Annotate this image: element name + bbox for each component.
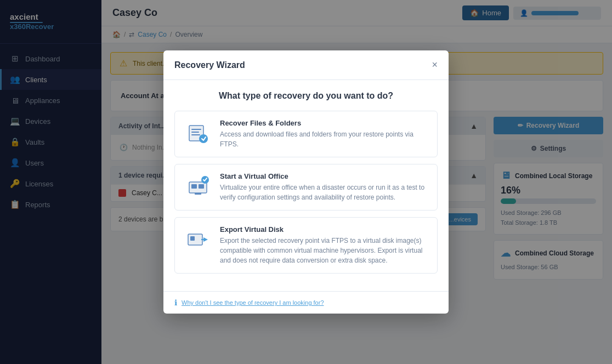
- content-area: ⚠ This client... Account At a G... 🖥 1 A…: [101, 43, 612, 364]
- svg-rect-10: [199, 184, 204, 189]
- modal-close-button[interactable]: ×: [432, 59, 438, 71]
- option-recover-files[interactable]: Recover Files & Folders Access and downl…: [174, 111, 438, 157]
- svg-rect-4: [191, 129, 201, 130]
- export-disk-desc: Export the selected recovery point via F…: [220, 236, 428, 265]
- export-disk-icon: [184, 225, 212, 254]
- modal-body: What type of recovery do you want to do?: [163, 80, 449, 291]
- option-export-disk[interactable]: Export Virtual Disk Export the selected …: [174, 217, 438, 274]
- virtual-office-desc: Virtualize your entire office when a dis…: [220, 183, 428, 202]
- recover-files-desc: Access and download files and folders fr…: [220, 129, 428, 149]
- svg-rect-11: [195, 193, 201, 195]
- virtual-office-content: Start a Virtual Office Virtualize your e…: [220, 172, 428, 202]
- modal-question: What type of recovery do you want to do?: [174, 91, 438, 101]
- svg-rect-15: [201, 239, 203, 240]
- recover-files-title: Recover Files & Folders: [220, 119, 428, 127]
- svg-rect-5: [191, 132, 199, 133]
- modal-header: Recovery Wizard ×: [163, 50, 449, 80]
- recovery-wizard-modal: Recovery Wizard × What type of recovery …: [163, 50, 449, 314]
- virtual-office-icon: [184, 172, 212, 201]
- footer-text: Why don't I see the type of recovery I a…: [182, 299, 324, 306]
- svg-rect-13: [188, 234, 202, 245]
- option-virtual-office[interactable]: Start a Virtual Office Virtualize your e…: [174, 164, 438, 211]
- svg-rect-6: [191, 134, 200, 135]
- svg-rect-14: [190, 236, 195, 241]
- footer-info-icon: ℹ: [174, 298, 177, 307]
- virtual-office-title: Start a Virtual Office: [220, 172, 428, 180]
- modal-overlay[interactable]: Recovery Wizard × What type of recovery …: [101, 43, 612, 364]
- svg-point-7: [199, 134, 208, 143]
- export-disk-content: Export Virtual Disk Export the selected …: [220, 225, 428, 265]
- modal-footer: ℹ Why don't I see the type of recovery I…: [163, 291, 449, 314]
- modal-title: Recovery Wizard: [174, 60, 245, 70]
- svg-rect-9: [191, 184, 197, 189]
- main-content: Casey Co 🏠 Home 👤 🏠 / ⇄ Casey Co / Overv…: [101, 0, 612, 364]
- recover-files-icon: [184, 119, 212, 147]
- recover-files-content: Recover Files & Folders Access and downl…: [220, 119, 428, 149]
- export-disk-title: Export Virtual Disk: [220, 225, 428, 234]
